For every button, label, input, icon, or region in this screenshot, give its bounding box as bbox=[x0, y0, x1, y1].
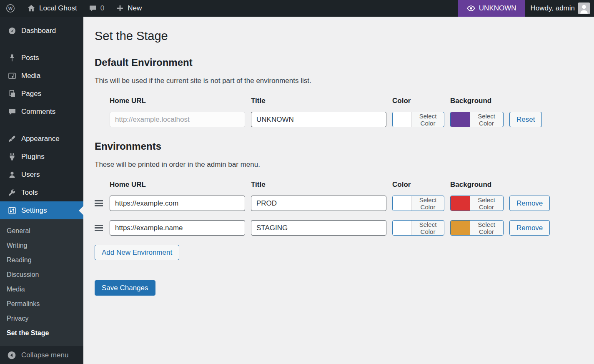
sidebar-item-label: Users bbox=[21, 171, 40, 179]
settings-submenu: General Writing Reading Discussion Media… bbox=[0, 219, 83, 346]
site-name-label: Local Ghost bbox=[39, 4, 77, 13]
sidebar-item-users[interactable]: Users bbox=[0, 166, 83, 183]
select-color-label: Select Color bbox=[470, 221, 503, 235]
main-content: Set the Stage Default Environment This w… bbox=[83, 0, 594, 312]
environment-title-input[interactable] bbox=[251, 220, 386, 236]
column-header-background: Background bbox=[450, 181, 504, 189]
sidebar-item-tools[interactable]: Tools bbox=[0, 183, 83, 201]
environment-color-swatch bbox=[393, 196, 412, 211]
page-title: Set the Stage bbox=[95, 28, 583, 43]
plus-icon bbox=[116, 4, 124, 13]
submenu-item-permalinks[interactable]: Permalinks bbox=[0, 296, 83, 311]
environment-color-picker-button[interactable]: Select Color bbox=[392, 220, 444, 236]
remove-button[interactable]: Remove bbox=[509, 220, 550, 236]
drag-handle-icon[interactable] bbox=[95, 200, 103, 206]
collapse-menu-button[interactable]: Collapse menu bbox=[0, 346, 83, 364]
wrench-icon bbox=[7, 188, 17, 197]
save-changes-button[interactable]: Save Changes bbox=[95, 280, 155, 296]
submenu-item-privacy[interactable]: Privacy bbox=[0, 311, 83, 326]
add-new-environment-button[interactable]: Add New Environment bbox=[95, 245, 179, 260]
sidebar-item-label: Tools bbox=[21, 188, 38, 197]
environments-heading: Environments bbox=[95, 141, 583, 152]
default-color-picker-button[interactable]: Select Color bbox=[392, 112, 444, 127]
sidebar-item-comments[interactable]: Comments bbox=[0, 103, 83, 120]
avatar bbox=[578, 3, 590, 14]
column-header-background: Background bbox=[450, 97, 504, 105]
default-background-swatch bbox=[451, 112, 470, 127]
column-header-home-url: Home URL bbox=[110, 181, 245, 189]
environment-background-swatch bbox=[451, 221, 470, 235]
default-color-swatch bbox=[393, 112, 412, 127]
environments-description: These will be printed in order in the ad… bbox=[95, 161, 583, 169]
environment-color-picker-button[interactable]: Select Color bbox=[392, 196, 444, 211]
submenu-item-reading[interactable]: Reading bbox=[0, 253, 83, 267]
environment-label: UNKNOWN bbox=[479, 4, 516, 13]
submenu-item-discussion[interactable]: Discussion bbox=[0, 267, 83, 282]
environment-home-url-input[interactable] bbox=[110, 196, 245, 211]
settings-sliders-icon bbox=[7, 206, 17, 215]
submenu-item-set-the-stage[interactable]: Set the Stage bbox=[0, 326, 83, 340]
drag-handle-icon[interactable] bbox=[95, 225, 103, 231]
plugins-icon bbox=[7, 153, 17, 161]
admin-menu: Dashboard Posts Media Pages Comments bbox=[0, 17, 83, 346]
user-icon bbox=[7, 171, 17, 179]
default-title-input[interactable] bbox=[251, 112, 386, 127]
sidebar-item-label: Pages bbox=[21, 90, 41, 98]
wordpress-logo-button[interactable]: W bbox=[0, 0, 21, 17]
submenu-item-writing[interactable]: Writing bbox=[0, 238, 83, 253]
environment-home-url-input[interactable] bbox=[110, 220, 245, 236]
environments-table-header: Home URL Title Color Background bbox=[95, 181, 583, 189]
environment-color-swatch bbox=[393, 221, 412, 235]
environment-indicator[interactable]: UNKNOWN bbox=[458, 0, 525, 17]
column-header-color: Color bbox=[392, 97, 444, 105]
pages-icon bbox=[7, 90, 17, 98]
svg-text:W: W bbox=[8, 6, 13, 11]
sidebar-item-plugins[interactable]: Plugins bbox=[0, 148, 83, 166]
environment-background-swatch bbox=[451, 196, 470, 211]
sidebar-item-media[interactable]: Media bbox=[0, 67, 83, 85]
submenu-item-general[interactable]: General bbox=[0, 223, 83, 238]
environment-background-picker-button[interactable]: Select Color bbox=[450, 220, 504, 236]
sidebar: Dashboard Posts Media Pages Comments bbox=[0, 17, 83, 364]
media-icon bbox=[7, 72, 17, 80]
environment-row-prod: Select Color Select Color Remove bbox=[95, 196, 583, 211]
new-content-button[interactable]: New bbox=[110, 0, 148, 17]
comments-icon bbox=[7, 108, 17, 116]
environment-row-staging: Select Color Select Color Remove bbox=[95, 220, 583, 236]
pushpin-icon bbox=[7, 54, 17, 62]
default-environment-description: This will be used if the current site is… bbox=[95, 77, 583, 85]
default-environment-heading: Default Environment bbox=[95, 57, 583, 68]
comments-link[interactable]: 0 bbox=[83, 0, 110, 17]
sidebar-item-settings[interactable]: Settings bbox=[0, 201, 83, 219]
reset-button[interactable]: Reset bbox=[509, 112, 542, 127]
collapse-menu-label: Collapse menu bbox=[21, 351, 68, 359]
remove-button[interactable]: Remove bbox=[509, 196, 550, 211]
new-label: New bbox=[128, 4, 142, 13]
environment-background-picker-button[interactable]: Select Color bbox=[450, 196, 504, 211]
admin-bar: W Local Ghost 0 New UNKNOWN Howdy, admin bbox=[0, 0, 594, 17]
sidebar-item-dashboard[interactable]: Dashboard bbox=[0, 22, 83, 40]
sidebar-item-posts[interactable]: Posts bbox=[0, 49, 83, 67]
account-menu[interactable]: Howdy, admin bbox=[525, 0, 594, 17]
appearance-brush-icon bbox=[7, 135, 17, 143]
sidebar-item-label: Media bbox=[21, 72, 40, 80]
dashboard-icon bbox=[7, 27, 17, 35]
column-header-title: Title bbox=[251, 181, 386, 189]
default-background-picker-button[interactable]: Select Color bbox=[450, 112, 504, 127]
sidebar-item-pages[interactable]: Pages bbox=[0, 85, 83, 103]
wordpress-logo-icon: W bbox=[6, 4, 15, 13]
comment-count: 0 bbox=[100, 4, 104, 13]
select-color-label: Select Color bbox=[412, 221, 444, 235]
eye-icon bbox=[466, 4, 476, 13]
comment-bubble-icon bbox=[89, 4, 97, 13]
sidebar-item-appearance[interactable]: Appearance bbox=[0, 130, 83, 148]
select-color-label: Select Color bbox=[470, 112, 503, 127]
admin-bar-spacer bbox=[148, 0, 458, 17]
select-color-label: Select Color bbox=[412, 112, 444, 127]
site-name-link[interactable]: Local Ghost bbox=[21, 0, 83, 17]
environment-title-input[interactable] bbox=[251, 196, 386, 211]
default-environment-row: Select Color Select Color Reset bbox=[95, 112, 583, 127]
sidebar-item-label: Settings bbox=[21, 206, 47, 215]
column-header-home-url: Home URL bbox=[110, 97, 245, 105]
submenu-item-media[interactable]: Media bbox=[0, 282, 83, 296]
